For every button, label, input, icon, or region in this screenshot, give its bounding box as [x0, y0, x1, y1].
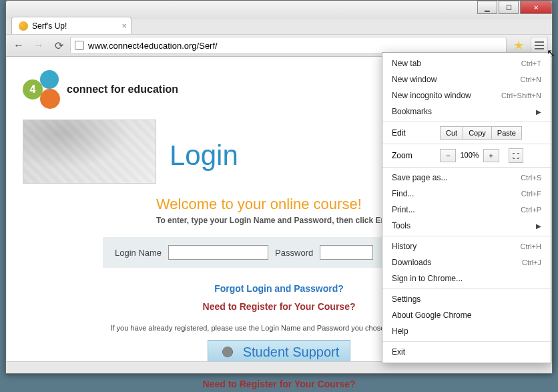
c4e-logo-icon: 4: [23, 70, 61, 109]
zoom-value: 100%: [456, 149, 483, 162]
menu-help[interactable]: Help: [382, 323, 551, 339]
menu-history[interactable]: HistoryCtrl+H: [382, 238, 551, 254]
menu-exit[interactable]: Exit: [382, 344, 551, 360]
login-heading: Login: [170, 140, 238, 172]
hero-image: [23, 120, 156, 184]
menu-bookmarks[interactable]: Bookmarks▶: [382, 104, 551, 120]
tab-strip: Serf's Up! ×: [6, 15, 552, 34]
zoom-in-button[interactable]: +: [483, 149, 499, 162]
chrome-menu: New tabCtrl+T New windowCtrl+N New incog…: [382, 52, 551, 363]
zoom-out-button[interactable]: −: [440, 149, 456, 162]
forward-button: →: [30, 37, 47, 54]
tab-title: Serf's Up!: [32, 21, 67, 31]
back-button[interactable]: ←: [10, 37, 27, 54]
menu-edit-label: Edit: [392, 128, 435, 138]
menu-paste-button[interactable]: Paste: [492, 126, 522, 140]
login-name-input[interactable]: [168, 245, 268, 260]
minimize-button[interactable]: ▁: [477, 1, 497, 14]
menu-signin[interactable]: Sign in to Chrome...: [382, 270, 551, 286]
favicon-icon: [19, 21, 28, 31]
cursor-icon: ↖: [547, 47, 555, 59]
menu-tools[interactable]: Tools▶: [382, 218, 551, 234]
menu-zoom-row: Zoom − 100% + ⛶: [382, 146, 551, 165]
menu-print[interactable]: Print...Ctrl+P: [382, 202, 551, 218]
site-icon: [75, 41, 84, 50]
brand-text: connect for education: [67, 83, 178, 95]
password-label: Password: [275, 248, 313, 258]
password-input[interactable]: [320, 245, 373, 260]
menu-incognito[interactable]: New incognito windowCtrl+Shift+N: [382, 87, 551, 104]
menu-new-tab[interactable]: New tabCtrl+T: [382, 55, 551, 71]
menu-zoom-label: Zoom: [392, 151, 435, 160]
menu-edit-row: Edit Cut Copy Paste: [382, 124, 551, 142]
headset-icon: [219, 343, 236, 361]
bookmark-star-icon[interactable]: ★: [513, 38, 524, 53]
maximize-button[interactable]: ☐: [499, 1, 519, 14]
menu-new-window[interactable]: New windowCtrl+N: [382, 71, 551, 87]
menu-cut-button[interactable]: Cut: [440, 126, 463, 140]
reload-button[interactable]: ⟳: [50, 37, 67, 54]
menu-about[interactable]: About Google Chrome: [382, 307, 551, 323]
browser-tab[interactable]: Serf's Up! ×: [11, 17, 131, 34]
url-text: www.connect4education.org/Serf/: [88, 41, 218, 51]
menu-settings[interactable]: Settings: [382, 291, 551, 307]
ghost-register-text: Need to Register for Your Course?: [0, 379, 558, 389]
menu-copy-button[interactable]: Copy: [463, 126, 492, 140]
tab-close-icon[interactable]: ×: [121, 21, 127, 31]
menu-save-as[interactable]: Save page as...Ctrl+S: [382, 170, 551, 186]
menu-downloads[interactable]: DownloadsCtrl+J: [382, 254, 551, 270]
menu-find[interactable]: Find...Ctrl+F: [382, 186, 551, 202]
fullscreen-button[interactable]: ⛶: [509, 148, 523, 163]
student-support-button[interactable]: Student Support: [208, 340, 351, 361]
support-label: Student Support: [243, 345, 340, 360]
forgot-password-link[interactable]: Forgot Login and Password?: [214, 283, 344, 294]
login-name-label: Login Name: [115, 248, 162, 258]
close-button[interactable]: ✕: [520, 1, 552, 14]
